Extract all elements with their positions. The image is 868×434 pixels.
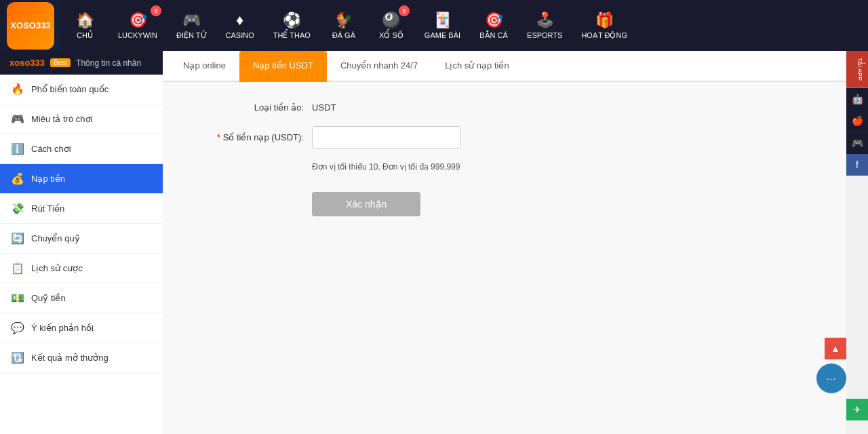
nav-icon-hoat-dong: 🎁 xyxy=(595,12,614,29)
sidebar-icon-y-kien: 💬 xyxy=(11,321,24,334)
sidebar-item-chuyen-quy[interactable]: 🔄 Chuyển quỹ xyxy=(0,224,163,254)
sidebar-icon-nap-tien: 💰 xyxy=(11,172,24,185)
sidebar-label-y-kien: Ý kiến phản hồi xyxy=(31,323,94,333)
sidebar-item-quy-tien[interactable]: 💵 Quỹ tiền xyxy=(0,283,163,313)
nav-label-xo-so: XỔ SỐ xyxy=(379,31,403,40)
facebook-icon[interactable]: f xyxy=(846,154,868,176)
confirm-button[interactable]: Xác nhận xyxy=(312,192,420,216)
amount-row: * Số tiền nạp (USDT): xyxy=(190,126,819,149)
rank-badge: Best xyxy=(50,58,71,67)
nav-label-ban-ca: BẮN CÁ xyxy=(479,31,508,40)
amount-input[interactable] xyxy=(312,126,461,149)
nav-label-the-thao: THỂ THAO xyxy=(273,31,311,40)
sidebar-label-nap-tien: Nạp tiền xyxy=(31,174,65,184)
nav-label-da-ga: ĐÁ GÀ xyxy=(332,31,355,39)
nav-items: 🏠 CHỦ 🎯 LUCKYWIN 8 🎮 ĐIỆN TỬ ♦️ CASINO ⚽… xyxy=(61,0,868,51)
android-icon[interactable]: 🤖 xyxy=(846,88,868,110)
required-mark: * xyxy=(217,132,220,142)
chat-float-button[interactable]: ··· xyxy=(816,363,846,393)
tai-app-button[interactable]: TẢI APP xyxy=(846,51,868,88)
nav-icon-luckywin: 🎯 xyxy=(129,12,147,29)
currency-row: Loại tiền ảo: USDT xyxy=(190,102,819,113)
sidebar-icon-chuyen-quy: 🔄 xyxy=(11,232,24,245)
nav-label-game-bai: GAME BÀI xyxy=(425,31,460,39)
nav-item-casino[interactable]: ♦️ CASINO xyxy=(216,0,264,51)
sidebar-item-rut-tien[interactable]: 💸 Rút Tiền xyxy=(0,194,163,224)
sidebar-icon-quy-tien: 💵 xyxy=(11,292,24,304)
user-info-label: Thông tin cá nhân xyxy=(76,58,141,68)
sidebar-icon-mieu-ta: 🎮 xyxy=(11,113,24,125)
nav-icon-casino: ♦️ xyxy=(236,12,243,29)
sidebar-item-mieu-ta[interactable]: 🎮 Miêu tả trò chơi xyxy=(0,104,163,134)
sidebar-label-ket-qua: Kết quả mở thưởng xyxy=(31,353,108,363)
sidebar-icon-cach-choi: ℹ️ xyxy=(11,142,24,155)
tab-nap-online[interactable]: Nạp online xyxy=(170,51,239,82)
sidebar-label-lich-su-cuoc: Lịch sử cược xyxy=(31,263,83,273)
top-navigation: XOSO333 🏠 CHỦ 🎯 LUCKYWIN 8 🎮 ĐIỆN TỬ ♦️ … xyxy=(0,0,868,51)
nav-item-ban-ca[interactable]: 🎯 BẮN CÁ xyxy=(470,0,517,51)
sidebar-label-pho-bien: Phổ biến toàn quốc xyxy=(31,84,108,94)
nav-item-dien-tu[interactable]: 🎮 ĐIỆN TỬ xyxy=(167,0,216,51)
nav-item-game-bai[interactable]: 🃏 GAME BÀI xyxy=(415,0,470,51)
tabs-bar: Nạp onlineNạp tiền USDTChuyển nhanh 24/7… xyxy=(163,51,846,82)
sidebar-item-ket-qua[interactable]: 🔃 Kết quả mở thưởng xyxy=(0,343,163,373)
sidebar-icon-rut-tien: 💸 xyxy=(11,202,24,215)
nav-icon-esports: 🕹️ xyxy=(536,12,554,29)
logo: XOSO333 xyxy=(7,2,54,50)
nav-icon-the-thao: ⚽ xyxy=(283,12,301,29)
sidebar-label-rut-tien: Rút Tiền xyxy=(31,203,64,214)
nav-label-luckywin: LUCKYWIN xyxy=(118,31,157,39)
hint-text: Đơn vị tối thiếu 10, Đơn vị tối đa 999,9… xyxy=(312,162,819,172)
nav-icon-da-ga: 🐓 xyxy=(334,12,353,29)
logo-wrapper[interactable]: XOSO333 xyxy=(0,0,61,51)
nav-label-hoat-dong: HOẠT ĐỘNG xyxy=(581,31,627,40)
left-sidebar: xoso333 Best Thông tin cá nhân 🔥 Phổ biế… xyxy=(0,51,163,434)
nav-label-casino: CASINO xyxy=(226,31,254,39)
nav-label-trang-chu: CHỦ xyxy=(77,31,93,40)
nav-icon-dien-tu: 🎮 xyxy=(182,12,201,29)
nav-icon-trang-chu: 🏠 xyxy=(76,12,94,29)
apple-icon[interactable]: 🍎 xyxy=(846,110,868,132)
currency-label: Loại tiền ảo: xyxy=(190,102,312,113)
scroll-top-button[interactable]: ▲ xyxy=(825,338,846,359)
main-content: Nạp onlineNạp tiền USDTChuyển nhanh 24/7… xyxy=(163,51,846,434)
sidebar-label-mieu-ta: Miêu tả trò chơi xyxy=(31,114,92,124)
right-sidebar: TẢI APP 🤖 🍎 🎮 f xyxy=(846,51,868,176)
nav-label-esports: ESPORTS xyxy=(527,31,562,39)
nav-item-esports[interactable]: 🕹️ ESPORTS xyxy=(517,0,572,51)
nav-item-xo-so[interactable]: 🎱 XỔ SỐ 8 xyxy=(368,0,415,51)
sidebar-items: 🔥 Phổ biến toàn quốc 🎮 Miêu tả trò chơi … xyxy=(0,75,163,373)
sidebar-item-cach-choi[interactable]: ℹ️ Cách chơi xyxy=(0,134,163,164)
tab-nap-usdt[interactable]: Nạp tiền USDT xyxy=(239,51,327,82)
confirm-button-wrapper: Xác nhận xyxy=(190,192,819,216)
nav-item-the-thao[interactable]: ⚽ THỂ THAO xyxy=(264,0,320,51)
form-area: Loại tiền ảo: USDT * Số tiền nạp (USDT):… xyxy=(163,82,846,237)
currency-value: USDT xyxy=(312,102,336,113)
nav-icon-xo-so: 🎱 xyxy=(382,12,400,29)
amount-label: * Số tiền nạp (USDT): xyxy=(190,132,312,142)
telegram-button[interactable]: ✈ xyxy=(846,399,868,420)
tab-lich-su-nap[interactable]: Lịch sử nạp tiền xyxy=(431,51,523,82)
badge-luckywin: 8 xyxy=(151,5,161,16)
nav-item-hoat-dong[interactable]: 🎁 HOẠT ĐỘNG xyxy=(572,0,637,51)
sidebar-icon-ket-qua: 🔃 xyxy=(11,351,24,364)
tab-chuyen-nhanh[interactable]: Chuyển nhanh 24/7 xyxy=(327,51,431,82)
nav-item-trang-chu[interactable]: 🏠 CHỦ xyxy=(61,0,108,51)
sidebar-icon-pho-bien: 🔥 xyxy=(11,83,24,96)
nav-icon-game-bai: 🃏 xyxy=(433,12,452,29)
nav-item-da-ga[interactable]: 🐓 ĐÁ GÀ xyxy=(320,0,368,51)
sidebar-item-nap-tien[interactable]: 💰 Nạp tiền xyxy=(0,164,163,194)
sidebar-label-cach-choi: Cách chơi xyxy=(31,144,71,154)
username: xoso333 xyxy=(9,58,45,68)
sidebar-label-chuyen-quy: Chuyển quỹ xyxy=(31,233,80,243)
sidebar-item-y-kien[interactable]: 💬 Ý kiến phản hồi xyxy=(0,313,163,343)
nav-label-dien-tu: ĐIỆN TỬ xyxy=(176,31,207,40)
nav-item-luckywin[interactable]: 🎯 LUCKYWIN 8 xyxy=(108,0,167,51)
game-icon[interactable]: 🎮 xyxy=(846,132,868,154)
sidebar-icon-lich-su-cuoc: 📋 xyxy=(11,262,24,275)
nav-icon-ban-ca: 🎯 xyxy=(485,12,503,29)
sidebar-item-lich-su-cuoc[interactable]: 📋 Lịch sử cược xyxy=(0,254,163,283)
sidebar-label-quy-tien: Quỹ tiền xyxy=(31,293,66,303)
sidebar-item-pho-bien[interactable]: 🔥 Phổ biến toàn quốc xyxy=(0,75,163,104)
badge-xo-so: 8 xyxy=(399,5,410,16)
